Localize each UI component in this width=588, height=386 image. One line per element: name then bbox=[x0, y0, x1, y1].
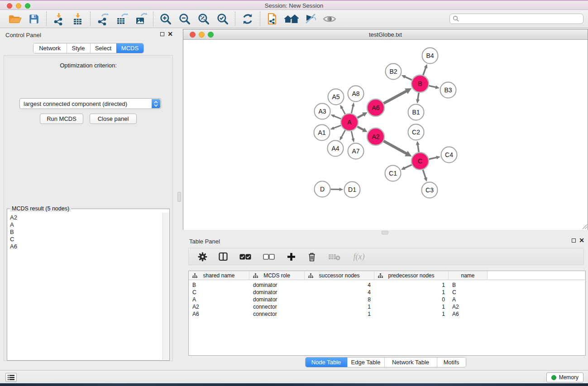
refresh-layout-icon[interactable] bbox=[238, 11, 257, 27]
add-icon[interactable] bbox=[286, 251, 296, 262]
import-network-icon[interactable] bbox=[49, 11, 68, 27]
tab-style[interactable]: Style bbox=[67, 43, 90, 53]
search-input[interactable] bbox=[449, 14, 583, 24]
home-icon[interactable] bbox=[282, 11, 301, 27]
edge-B-B2[interactable] bbox=[404, 76, 412, 80]
graphics-details-icon[interactable] bbox=[301, 11, 320, 27]
table-row[interactable]: A6connector11A6 bbox=[189, 310, 585, 318]
mcds-result-item[interactable]: A2 bbox=[10, 214, 163, 221]
edge-arrow-icon bbox=[424, 64, 428, 68]
table-row[interactable]: Cdominator41C bbox=[189, 289, 585, 296]
open-session-icon[interactable] bbox=[5, 11, 24, 27]
table-row[interactable]: A2connector11A2 bbox=[189, 303, 585, 310]
export-image-icon[interactable] bbox=[131, 11, 150, 27]
memory-label: Memory bbox=[559, 374, 578, 381]
column-header-mcds-role[interactable]: MCDS role bbox=[249, 271, 305, 280]
tab-edge-table[interactable]: Edge Table bbox=[347, 357, 384, 367]
tab-select[interactable]: Select bbox=[90, 43, 116, 53]
eye-icon[interactable] bbox=[320, 11, 339, 27]
export-table-icon[interactable] bbox=[112, 11, 131, 27]
edge-arrow-icon bbox=[416, 99, 420, 103]
save-session-icon[interactable] bbox=[24, 11, 43, 27]
close-table-panel-icon[interactable]: ✕ bbox=[579, 238, 584, 243]
table-row[interactable]: Bdominator41B bbox=[189, 281, 585, 289]
edge-arrow-icon bbox=[435, 86, 440, 89]
table-toolbar: f(x) bbox=[188, 248, 584, 265]
tab-mcds[interactable]: MCDS bbox=[116, 43, 143, 53]
task-history-button[interactable] bbox=[5, 373, 17, 382]
columns-icon[interactable] bbox=[218, 251, 229, 262]
criterion-select[interactable]: largest connected component (directed) bbox=[19, 98, 161, 109]
run-mcds-button[interactable]: Run MCDS bbox=[40, 114, 83, 124]
column-header-predecessor-nodes[interactable]: predecessor nodes bbox=[374, 271, 449, 280]
trash-icon[interactable] bbox=[306, 251, 317, 262]
edge-A-A5[interactable] bbox=[342, 107, 345, 114]
float-table-panel-icon[interactable] bbox=[572, 238, 576, 243]
zoom-out-icon[interactable] bbox=[175, 11, 194, 27]
edge-A-A8[interactable] bbox=[351, 105, 353, 114]
edge-C-C4[interactable] bbox=[429, 157, 438, 159]
edge-C-C2[interactable] bbox=[418, 144, 419, 152]
mac-titlebar: Session: New Session bbox=[0, 0, 588, 10]
mcds-list-scrollbar[interactable] bbox=[163, 213, 169, 360]
clone-network-icon[interactable] bbox=[263, 11, 282, 27]
close-panel-icon[interactable]: ✕ bbox=[167, 32, 173, 36]
node-label-A4: A4 bbox=[331, 145, 339, 152]
edge-A-A6[interactable] bbox=[358, 114, 364, 118]
node-label-C: C bbox=[418, 157, 422, 165]
mcds-result-item[interactable]: A bbox=[10, 221, 163, 229]
export-network-icon[interactable] bbox=[93, 11, 112, 27]
tab-motifs[interactable]: Motifs bbox=[437, 357, 466, 367]
column-header-successor-nodes[interactable]: successor nodes bbox=[305, 271, 374, 280]
edge-C-C1[interactable] bbox=[404, 165, 412, 168]
import-table-icon[interactable] bbox=[68, 11, 87, 27]
resize-grip-icon[interactable] bbox=[581, 223, 588, 229]
table-body: Bdominator41BCdominator41CAdominator80AA… bbox=[189, 280, 585, 318]
vertical-splitter-grip[interactable] bbox=[177, 192, 181, 202]
fx-label: f(x) bbox=[354, 252, 365, 262]
edge-A-A4[interactable] bbox=[341, 130, 345, 138]
zoom-in-icon[interactable] bbox=[156, 11, 175, 27]
edge-B-B3[interactable] bbox=[429, 86, 437, 87]
horizontal-splitter-grip[interactable] bbox=[382, 231, 388, 234]
float-panel-icon[interactable] bbox=[160, 32, 164, 36]
edge-B-B4[interactable] bbox=[423, 67, 426, 75]
edge-A2-C[interactable] bbox=[384, 141, 407, 154]
destroy-table-icon[interactable] bbox=[327, 251, 341, 262]
edge-A-A7[interactable] bbox=[351, 131, 353, 140]
mcds-result-item[interactable]: C bbox=[10, 236, 163, 243]
function-icon[interactable]: f(x) bbox=[351, 251, 367, 262]
tab-network-table[interactable]: Network Table bbox=[384, 357, 437, 367]
node-table[interactable]: shared nameMCDS rolesuccessor nodesprede… bbox=[188, 271, 586, 356]
edge-A-A3[interactable] bbox=[334, 116, 341, 119]
criterion-label: Optimization criterion: bbox=[4, 62, 172, 69]
control-panel-title: Control Panel bbox=[5, 32, 41, 38]
deselect-all-icon[interactable] bbox=[262, 251, 276, 262]
table-cell: 1 bbox=[374, 311, 449, 317]
gear-icon[interactable] bbox=[197, 251, 208, 262]
network-canvas[interactable]: B4B2BB3A5A8A6A3B1AA1C2A2A4A7CC4C1C3DD1 bbox=[183, 40, 588, 230]
network-window-titlebar[interactable]: testGlobe.txt bbox=[183, 29, 588, 40]
edge-A-A2[interactable] bbox=[358, 127, 364, 130]
tab-node-table[interactable]: Node Table bbox=[306, 357, 347, 367]
network-graph[interactable]: B4B2BB3A5A8A6A3B1AA1C2A2A4A7CC4C1C3DD1 bbox=[183, 40, 588, 230]
node-label-D1: D1 bbox=[348, 186, 356, 193]
zoom-selected-icon[interactable] bbox=[213, 11, 232, 27]
column-header-name[interactable]: name bbox=[449, 271, 488, 280]
tab-network[interactable]: Network bbox=[33, 43, 67, 53]
table-row[interactable]: Adominator80A bbox=[189, 296, 585, 303]
select-all-icon[interactable] bbox=[239, 251, 252, 262]
edge-A-A1[interactable] bbox=[333, 125, 341, 129]
toolbar-separator bbox=[235, 12, 235, 26]
edge-C-C3[interactable] bbox=[423, 170, 426, 179]
mcds-result-list[interactable]: A2ABCA6 bbox=[8, 213, 163, 360]
mcds-result-item[interactable]: A6 bbox=[10, 243, 163, 250]
close-panel-button[interactable]: Close panel bbox=[90, 114, 137, 124]
zoom-fit-icon[interactable] bbox=[194, 11, 213, 27]
edge-B-B1[interactable] bbox=[418, 93, 419, 100]
column-header-shared-name[interactable]: shared name bbox=[189, 271, 249, 280]
edge-A6-B[interactable] bbox=[384, 91, 407, 104]
mcds-result-item[interactable]: B bbox=[10, 229, 163, 236]
memory-button[interactable]: Memory bbox=[546, 372, 583, 382]
app-window: Session: New Session bbox=[0, 0, 588, 386]
